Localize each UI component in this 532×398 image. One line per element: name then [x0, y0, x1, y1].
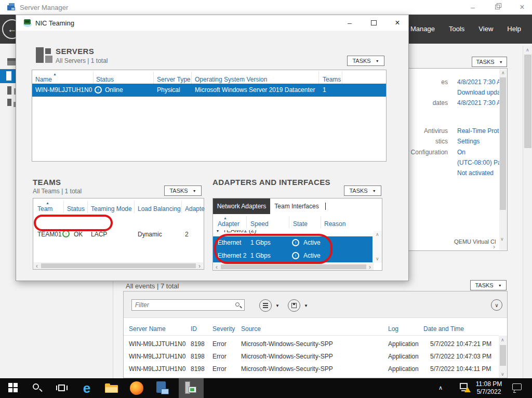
dialog-minimize-button[interactable]: –: [339, 16, 360, 30]
events-view-button[interactable]: [259, 299, 272, 312]
server-manager-taskbar-button[interactable]: [156, 381, 169, 395]
firefox-button[interactable]: [130, 381, 143, 395]
col-log[interactable]: Log: [388, 325, 398, 333]
window-scrollbar[interactable]: ∧: [523, 46, 532, 378]
col-name[interactable]: Name: [35, 76, 52, 83]
chevron-left-icon[interactable]: ‹: [36, 263, 38, 269]
main-close-button[interactable]: ×: [512, 0, 532, 15]
event-row[interactable]: WIN-M9LJJTUH1N0 8198 Error Microsoft-Win…: [124, 338, 499, 350]
chevron-up-icon[interactable]: ∧: [526, 48, 529, 52]
col-speed[interactable]: Speed: [250, 220, 269, 228]
ie-icon: e: [83, 381, 90, 395]
chevron-right-icon[interactable]: ›: [369, 264, 371, 270]
scrollbar-thumb[interactable]: [221, 264, 366, 269]
chevron-up-icon[interactable]: ∧: [501, 338, 504, 342]
chevron-up-icon[interactable]: ∧: [501, 71, 505, 75]
prop-value-link[interactable]: 4/8/2021 7:30 A: [457, 99, 501, 107]
properties-scrollbar[interactable]: ∧: [499, 69, 507, 250]
taskbar-clock[interactable]: 11:08 PM 5/7/2022: [470, 380, 508, 396]
prop-value-link[interactable]: Download upda: [457, 89, 500, 96]
task-view-button[interactable]: [56, 383, 68, 393]
scrollbar-thumb[interactable]: [500, 77, 506, 210]
tab-team-interfaces[interactable]: Team Interfaces: [270, 198, 323, 214]
server-manager-app-icon: [7, 3, 16, 11]
col-team[interactable]: Team: [37, 205, 52, 213]
col-teams[interactable]: Teams: [323, 76, 341, 83]
server-row-selected[interactable]: WIN-M9LJJTUH1N0 ↑ Online Physical Micros…: [32, 84, 386, 97]
main-minimize-button[interactable]: –: [462, 0, 483, 15]
filter-input[interactable]: [135, 300, 229, 310]
group-row-clipped[interactable]: ▾ TEAM01 (2): [216, 230, 310, 236]
col-status[interactable]: Status: [96, 76, 114, 83]
dialog-close-button[interactable]: ×: [387, 16, 408, 30]
servers-tasks-button[interactable]: TASKS▼: [347, 56, 384, 66]
col-state[interactable]: State: [293, 220, 308, 228]
col-server-type[interactable]: Server Type: [157, 76, 190, 83]
prop-value-link[interactable]: 4/8/2021 7:30 A: [457, 78, 501, 86]
dialog-maximize-button[interactable]: [363, 16, 384, 30]
main-restore-button[interactable]: [487, 0, 508, 15]
adapters-tasks-button[interactable]: TASKS▼: [344, 185, 381, 196]
menu-tools[interactable]: Tools: [449, 25, 464, 33]
col-reason[interactable]: Reason: [324, 220, 345, 228]
search-icon[interactable]: [235, 302, 242, 309]
file-explorer-button[interactable]: [105, 383, 118, 393]
chevron-down-icon[interactable]: ∨: [376, 257, 379, 261]
scrollbar-thumb[interactable]: [524, 55, 531, 148]
taskbar-search-button[interactable]: [32, 383, 43, 393]
adapters-hscrollbar[interactable]: ‹ ›: [214, 263, 374, 270]
col-os-version[interactable]: Operating System Version: [195, 76, 267, 83]
chevron-right-icon[interactable]: ›: [198, 263, 201, 269]
col-id[interactable]: ID: [191, 325, 197, 333]
col-adapters-clipped[interactable]: Adapte: [185, 205, 205, 213]
start-button[interactable]: [8, 383, 19, 393]
nav-file-storage-icon[interactable]: [7, 99, 11, 106]
col-teaming-mode[interactable]: Teaming Mode: [91, 205, 132, 213]
col-source[interactable]: Source: [241, 325, 261, 333]
chevron-down-icon[interactable]: ∨: [501, 372, 504, 377]
col-load-balancing[interactable]: Load Balancing: [138, 205, 181, 213]
notification-center-button[interactable]: [512, 383, 524, 393]
chevron-left-icon[interactable]: ‹: [216, 264, 218, 270]
adapter-row-selected[interactable]: Ethernet 1 Gbps ↑ Active: [213, 236, 373, 249]
events-scrollbar[interactable]: ∧ ∨: [499, 336, 507, 378]
chevron-right-icon[interactable]: ›: [493, 244, 495, 250]
team-row[interactable]: TEAM01 ↑ OK LACP Dynamic 2: [33, 228, 204, 242]
prop-value-link[interactable]: Real-Time Prote: [457, 127, 502, 135]
nic-teaming-taskbar-button-active[interactable]: [179, 378, 204, 398]
chevron-down-icon[interactable]: ∨: [500, 237, 504, 242]
prop-value-link[interactable]: Settings: [457, 138, 480, 145]
tab-network-adapters[interactable]: Network Adapters: [213, 198, 270, 214]
teams-tasks-button[interactable]: TASKS▼: [164, 185, 202, 196]
events-tasks-button[interactable]: TASKS▼: [470, 280, 507, 290]
col-adapter[interactable]: Adapter: [218, 220, 240, 228]
col-server-name[interactable]: Server Name: [129, 325, 166, 333]
adapters-vscrollbar[interactable]: ∧ ∨: [374, 231, 382, 263]
scrollbar-thumb[interactable]: [500, 345, 506, 366]
col-status[interactable]: Status: [67, 205, 85, 213]
caret-down-icon[interactable]: ▼: [275, 303, 280, 308]
prop-value-link[interactable]: On: [457, 149, 466, 156]
nav-all-servers-icon[interactable]: [7, 86, 11, 95]
caret-down-icon[interactable]: ▼: [304, 303, 308, 308]
scrollbar-thumb[interactable]: [41, 263, 196, 268]
internet-explorer-button[interactable]: e: [79, 378, 95, 398]
list-icon: [263, 303, 268, 304]
adapter-row-selected[interactable]: Ethernet 2 1 Gbps ↑ Active: [213, 249, 373, 262]
col-severity[interactable]: Severity: [212, 325, 235, 333]
menu-help[interactable]: Help: [507, 25, 521, 33]
network-status-icon[interactable]: [460, 383, 471, 393]
col-datetime[interactable]: Date and Time: [423, 325, 464, 333]
teams-hscrollbar[interactable]: ‹ ›: [34, 262, 203, 269]
menu-manage[interactable]: Manage: [410, 25, 435, 33]
menu-view[interactable]: View: [478, 25, 493, 33]
event-row[interactable]: WIN-M9LJJTUH1N0 8198 Error Microsoft-Win…: [124, 363, 499, 375]
event-row[interactable]: WIN-M9LJJTUH1N0 8198 Error Microsoft-Win…: [124, 350, 499, 363]
chevron-up-icon[interactable]: ∧: [376, 232, 379, 237]
events-collapse-button[interactable]: ∨: [491, 299, 502, 311]
prop-value-link[interactable]: Not activated: [457, 169, 494, 177]
prop-value-link[interactable]: (UTC-08:00) Pac: [457, 159, 504, 166]
properties-tasks-button[interactable]: TASKS▼: [472, 57, 507, 67]
tray-chevron-up[interactable]: ∧: [436, 384, 445, 392]
events-save-button[interactable]: [288, 299, 300, 312]
